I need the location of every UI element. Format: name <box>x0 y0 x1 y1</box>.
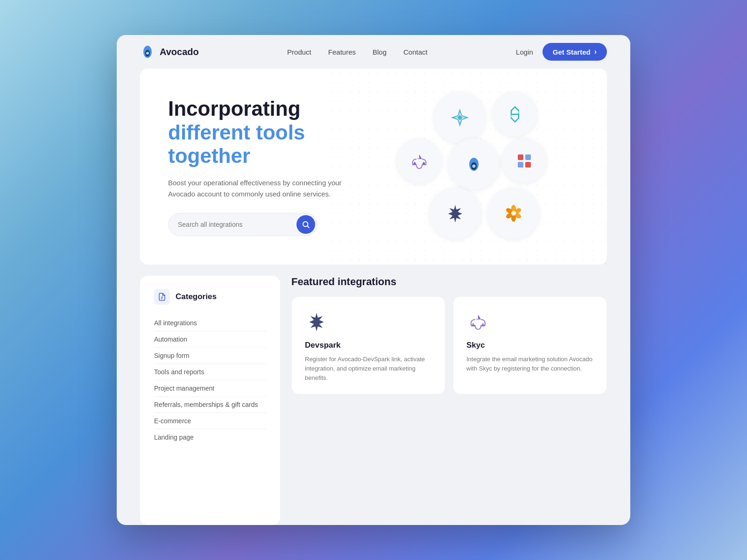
orange-flower-icon <box>503 203 524 224</box>
cat-item-1[interactable]: Automation <box>154 331 266 348</box>
logo-text: Avocado <box>160 47 199 57</box>
skyc-desc: Integrate the email marketing solution A… <box>466 355 593 373</box>
nav-links: Product Features Blog Contact <box>287 48 428 56</box>
devspark-logo <box>305 310 328 333</box>
svg-rect-12 <box>525 162 531 168</box>
integration-card-devspark[interactable]: Devspark Register for Avocado-DevSpark l… <box>291 296 445 394</box>
svg-rect-9 <box>518 154 523 160</box>
skyc-logo <box>466 310 490 333</box>
logo-icon <box>140 44 155 59</box>
cat-item-7[interactable]: Landing page <box>154 429 266 445</box>
navbar: Avocado Product Features Blog Contact Lo… <box>117 35 630 69</box>
avocado-icon <box>464 154 484 175</box>
featured-section: Featured integrations Devspark Register … <box>291 276 607 525</box>
svg-point-2 <box>146 52 149 55</box>
hero-right <box>392 92 579 241</box>
cat-item-0[interactable]: All integrations <box>154 315 266 331</box>
devspark-name: Devspark <box>305 341 432 350</box>
categories-title: Categories <box>176 292 217 301</box>
cat-item-4[interactable]: Project management <box>154 380 266 397</box>
red-grid-icon <box>514 151 535 171</box>
nav-contact[interactable]: Contact <box>403 48 428 56</box>
file-icon <box>158 293 166 301</box>
integration-icon-4 <box>448 139 500 190</box>
hero-title-line2: different tools together <box>168 121 383 168</box>
cat-item-6[interactable]: E-commerce <box>154 413 266 429</box>
integration-icon-3 <box>397 139 441 183</box>
hero-section: Incorporating different tools together B… <box>140 69 607 265</box>
integration-card-skyc[interactable]: Skyc Integrate the email marketing solut… <box>453 296 607 394</box>
hero-title-line1: Incorporating <box>168 97 383 121</box>
get-started-button[interactable]: Get Started › <box>543 43 607 61</box>
integration-icon-2 <box>493 92 537 136</box>
dark-star-icon <box>445 203 465 224</box>
arrow-icon: › <box>594 48 597 56</box>
search-button[interactable] <box>296 215 315 234</box>
search-bar <box>168 213 317 236</box>
integration-icon-5 <box>502 139 546 183</box>
hero-left: Incorporating different tools together B… <box>168 97 383 236</box>
categories-panel: Categories All integrations Automation S… <box>140 276 280 525</box>
hero-description: Boost your operational effectiveness by … <box>168 177 345 200</box>
cyan-arrows-icon <box>505 104 525 125</box>
devspark-desc: Register for Avocado-DevSpark link, acti… <box>305 355 432 383</box>
search-input[interactable] <box>178 221 296 228</box>
integration-icon-6 <box>430 188 481 239</box>
logo[interactable]: Avocado <box>140 44 199 59</box>
svg-point-8 <box>472 165 476 168</box>
cat-item-3[interactable]: Tools and reports <box>154 364 266 380</box>
skyc-name: Skyc <box>466 341 593 350</box>
cat-item-2[interactable]: Signup form <box>154 348 266 364</box>
cat-item-5[interactable]: Referrals, memberships & gift cards <box>154 397 266 413</box>
integrations-grid: Devspark Register for Avocado-DevSpark l… <box>291 296 607 394</box>
categories-header: Categories <box>154 289 266 305</box>
svg-point-19 <box>511 211 516 216</box>
categories-list: All integrations Automation Signup form … <box>154 315 266 445</box>
purple-recycle-icon <box>409 151 430 171</box>
svg-rect-10 <box>525 154 531 160</box>
login-button[interactable]: Login <box>516 48 533 56</box>
categories-icon <box>154 289 170 305</box>
blue-star-icon <box>450 107 470 128</box>
featured-title: Featured integrations <box>291 276 607 288</box>
devspark-icon <box>306 311 327 332</box>
search-icon <box>302 220 310 229</box>
nav-actions: Login Get Started › <box>516 43 607 61</box>
bottom-section: Categories All integrations Automation S… <box>140 276 607 525</box>
integration-icon-1 <box>434 92 486 143</box>
svg-line-4 <box>307 226 309 227</box>
integration-icon-7 <box>488 188 539 239</box>
svg-rect-11 <box>518 162 523 168</box>
nav-blog[interactable]: Blog <box>373 48 387 56</box>
nav-features[interactable]: Features <box>328 48 356 56</box>
skyc-icon <box>467 311 489 332</box>
nav-product[interactable]: Product <box>287 48 311 56</box>
